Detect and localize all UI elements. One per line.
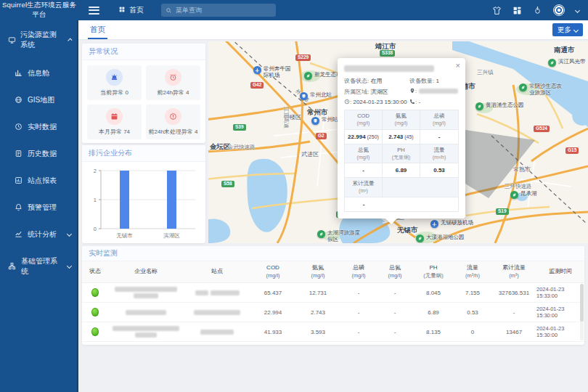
redacted-text xyxy=(195,290,240,295)
close-icon[interactable]: × xyxy=(456,62,460,70)
leaf-icon xyxy=(548,59,556,67)
user-avatar[interactable] xyxy=(553,4,565,16)
map-poi-大溪港湿地公园[interactable]: 大溪港湿地公园 xyxy=(416,234,465,242)
value-cell: 3.593 xyxy=(295,329,340,335)
stat-card[interactable]: 本月异常 74 xyxy=(87,105,142,139)
table-row[interactable]: 65.43712.731--8.0457.155327636.5312024-0… xyxy=(82,283,584,303)
sidebar-item-module[interactable]: 基础管理系统 xyxy=(0,248,77,285)
metric-value-累计流量: - xyxy=(345,197,383,212)
redacted-segment xyxy=(113,326,179,331)
globe-icon xyxy=(15,96,23,104)
clock-icon xyxy=(15,123,23,131)
table-row[interactable]: 22.9942.743--6.890.53-2024-01-23 15:30:0… xyxy=(82,303,584,322)
metric-header-总磷: 总磷(mg/l) xyxy=(420,110,458,130)
search-icon xyxy=(166,4,172,17)
column-header-站点: 站点 xyxy=(184,261,250,282)
road-badge-G524: G524 xyxy=(534,126,550,132)
plane-icon xyxy=(430,220,438,228)
column-unit: (mg/l) xyxy=(351,272,365,279)
value-cell: - xyxy=(340,309,377,316)
metric-limit: (45) xyxy=(403,134,413,139)
map-label-江宜高速: 江宜高速 xyxy=(282,107,290,128)
map-poi-常州北站[interactable]: 常州北站 xyxy=(300,92,332,100)
stat-card[interactable]: 前24h异常 4 xyxy=(146,65,200,100)
gis-map[interactable]: 靖江市南通市常州市钟楼区武进区金坛区金武快速路无锡市滨湖区常熟市三环快速路张家港… xyxy=(208,41,588,243)
sidebar-item-label: 基础管理系统 xyxy=(21,256,62,277)
table-scrollbar[interactable] xyxy=(580,284,584,340)
device-count-label: 设备数量: xyxy=(409,78,434,84)
menu-search[interactable] xyxy=(161,4,276,17)
sidebar-item-label: 实时数据 xyxy=(28,122,57,132)
stat-card[interactable]: 当前异常 0 xyxy=(87,65,142,100)
map-poi-昆承湖[interactable]: 昆承湖 xyxy=(510,191,537,199)
map-label-南通市: 南通市 xyxy=(554,46,575,55)
status-online-dot xyxy=(91,327,99,336)
monitor-table-body: 65.43712.731--8.0457.155327636.5312024-0… xyxy=(82,283,584,342)
layout-icon[interactable] xyxy=(513,6,522,15)
sidebar-item-clock[interactable]: 实时数据 xyxy=(0,113,77,140)
scrollbar-thumb[interactable] xyxy=(580,284,584,322)
value-cell: 8.135 xyxy=(413,329,454,335)
sidebar-item-chart[interactable]: 信息舱 xyxy=(0,60,77,86)
flame-icon[interactable] xyxy=(533,6,542,15)
value-cell: 6.89 xyxy=(413,309,454,316)
history-icon xyxy=(15,150,23,158)
redacted-text xyxy=(113,326,179,331)
sidebar-item-report[interactable]: 站点报表 xyxy=(0,167,77,194)
chevron-down-icon xyxy=(67,232,72,237)
leaf-icon xyxy=(304,72,312,80)
status-online-dot xyxy=(91,288,99,297)
map-poi-黄泗浦生态公园[interactable]: 黄泗浦生态公园 xyxy=(475,102,524,110)
hamburger-menu-icon[interactable] xyxy=(89,7,99,15)
metric-limit: (250) xyxy=(366,134,379,139)
popup-datetime: 2024-01-23 15:30:00 xyxy=(353,99,407,105)
map-poi-新龙生态林[interactable]: 新龙生态林 xyxy=(304,72,342,80)
poi-label: 滨江风光带 xyxy=(558,59,586,65)
value-cell: 0.53 xyxy=(454,309,491,316)
sidebar-item-globe[interactable]: GIS地图 xyxy=(0,86,77,113)
map-poi-常州奔牛国际机场[interactable]: 常州奔牛国际机场 xyxy=(253,66,294,78)
search-input[interactable] xyxy=(176,7,263,14)
chevron-down-icon xyxy=(67,264,72,269)
value-cell: 2024-01-23 15:30:00 xyxy=(536,306,584,319)
map-poi-滨江风光带[interactable]: 滨江风光带 xyxy=(548,59,586,67)
table-row[interactable]: 41.9333.593--8.1350134672024-01-23 15:30… xyxy=(82,322,584,342)
breadcrumb-home-label: 首页 xyxy=(129,5,144,15)
value-cell: 41.933 xyxy=(250,329,295,335)
sidebar-item-stats[interactable]: 统计分析 xyxy=(0,221,77,248)
redacted-segment xyxy=(194,310,240,315)
monitor-table-header: 状态企业名称站点COD(mg/l)氨氮(mg/l)总磷(mg/l)总氮(mg/l… xyxy=(82,261,584,283)
value-cell: 22.994 xyxy=(250,309,295,316)
theme-shirt-icon[interactable] xyxy=(492,6,502,15)
breadcrumb[interactable]: 首页 xyxy=(118,5,144,15)
leaf-icon xyxy=(317,230,325,238)
sidebar-item-history[interactable]: 历史数据 xyxy=(0,140,77,167)
tab-home[interactable]: 首页 xyxy=(88,20,107,39)
metric-header-COD: COD(mg/l) xyxy=(345,110,383,130)
map-poi-常州站[interactable]: 常州站 xyxy=(311,117,338,125)
metric-header-PH: PH(无量纲) xyxy=(383,144,420,164)
map-poi-常阴沙生态农业旅游区[interactable]: 常阴沙生态农业旅游区 xyxy=(519,83,563,96)
redacted-segment xyxy=(211,290,240,295)
header-actions xyxy=(492,4,588,16)
plane-icon xyxy=(253,66,261,74)
value-cell: - xyxy=(377,309,413,316)
road-badge-G42: G42 xyxy=(250,82,264,89)
map-poi-无锡硕放机场[interactable]: 无锡硕放机场 xyxy=(430,220,473,228)
stat-card[interactable]: 前24h未处理异常 4 xyxy=(146,105,200,139)
app-root: Squirrel生态环境云服务平台 首页 污染源监测系统 信息舱GIS地图实时数… xyxy=(0,0,588,392)
poi-label: 昆承湖 xyxy=(520,191,537,197)
road-badge-G2: G2 xyxy=(316,133,327,139)
user-menu-chevron-down-icon[interactable] xyxy=(575,7,580,12)
sidebar-item-alert[interactable]: 预警管理 xyxy=(0,194,77,221)
abnormal-status-panel: 异常状况 当前异常 0前24h异常 4本月异常 74前24h未处理异常 4 xyxy=(82,44,205,143)
station-info-popup: × 设备状态: 在用 设备数量: 1 所属区域: 滨湖区 : : 2024-01… xyxy=(338,58,465,219)
column-header-总氮: 总氮(mg/l) xyxy=(377,261,413,282)
map-poi-太湖湾旅游度假区[interactable]: 太湖湾旅游度假区 xyxy=(317,230,361,242)
redacted-company xyxy=(115,287,177,298)
stats-icon xyxy=(15,230,23,238)
colon: : xyxy=(415,88,417,94)
stat-label-text: 当前异常 xyxy=(100,89,123,96)
sidebar-item-pollution-monitoring-system[interactable]: 污染源监测系统 xyxy=(0,20,77,60)
more-button[interactable]: 更多 xyxy=(552,23,583,36)
